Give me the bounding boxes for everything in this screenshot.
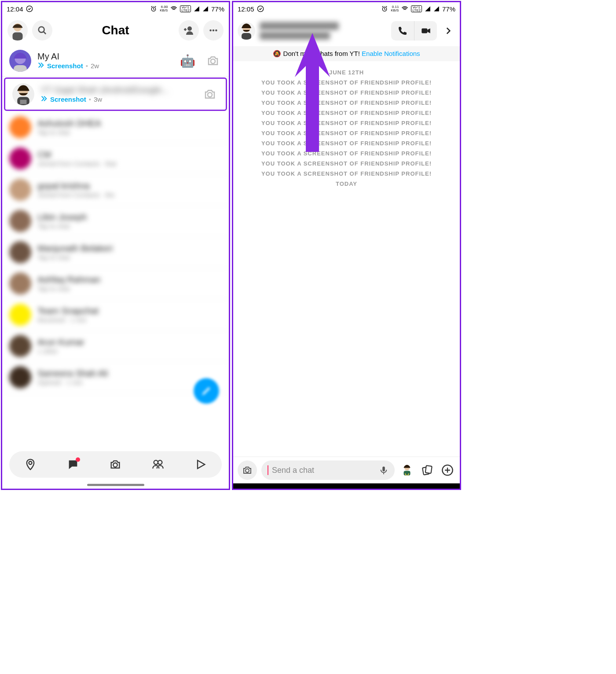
wifi-icon [401,5,408,12]
notice-text: Don't miss Chats from YT! [283,50,362,57]
camera-button[interactable] [204,181,222,199]
avatar [9,335,31,357]
chat-row[interactable]: gopal krishnaJoined from Contacts · the [2,174,229,206]
add-button[interactable] [440,462,455,478]
system-message: YOU TOOK A SCREENSHOT OF FRIENDSHIP PROF… [240,150,453,157]
profile-chevron[interactable] [441,26,455,35]
camera-button[interactable] [204,243,222,261]
chat-status: Joined from Contacts · that [37,160,198,167]
bot-emoji: 🤖 [180,54,195,68]
avatar [9,366,31,388]
camera-button[interactable] [204,52,222,70]
chat-messages[interactable]: JUNE 12TH YOU TOOK A SCREENSHOT OF FRIEN… [233,61,460,457]
alarm-icon [150,5,157,12]
avatar [9,273,31,295]
chat-input-bar: Send a chat [233,457,460,483]
svg-rect-3 [13,33,23,41]
svg-point-7 [213,29,215,32]
nav-chat[interactable] [64,456,82,473]
svg-point-0 [26,6,32,11]
chat-row-highlighted[interactable]: YT Gajal Shah (AndroidGoogle... Screensh… [4,77,227,111]
alarm-icon [381,5,388,12]
chat-status: 1 other [37,347,198,355]
mic-icon[interactable] [379,465,389,475]
camera-button[interactable] [204,306,222,324]
chat-status: Tap to chat [37,254,198,261]
volte-icon: Vo^1LTE2 [411,5,422,12]
system-message: YOU TOOK A SCREENSHOT OF FRIENDSHIP PROF… [240,140,453,147]
camera-button[interactable] [204,118,222,136]
camera-button[interactable] [204,212,222,230]
nav-camera[interactable] [106,456,124,473]
bitmoji-button[interactable] [399,462,415,478]
status-time: 12:05 [238,5,254,13]
chat-list[interactable]: My AI Screenshot • 2w 🤖 YT [2,45,229,448]
svg-point-6 [209,29,212,32]
video-call-button[interactable] [414,21,437,41]
status-speed: 6.00KB/S [160,5,168,12]
avatar [9,241,31,263]
people-icon [152,458,164,471]
signal-icon-2 [202,6,209,12]
gallery-button[interactable] [419,462,435,478]
chat-row[interactable]: Ashfaq RahmanTap to chat [2,268,229,299]
nav-bar-black [233,483,460,489]
enable-notifications-banner[interactable]: 🔕 Don't miss Chats from YT! Enable Notif… [233,46,460,61]
chat-row-my-ai[interactable]: My AI Screenshot • 2w 🤖 [2,45,229,77]
avatar [9,50,31,72]
status-bar: 12:05 0.11KB/S Vo^1LTE2 77% [233,2,460,15]
camera-icon [109,458,121,471]
chat-row[interactable]: Team SnapchatReceived · 1 min [2,299,229,331]
chat-row[interactable]: Arun Kumar1 other [2,331,229,362]
bitmoji-icon [400,464,414,477]
search-button[interactable] [32,20,52,41]
screenshot-icon [37,62,44,70]
camera-icon [242,465,253,475]
new-chat-fab[interactable] [194,378,219,404]
date-header: TODAY [240,180,453,187]
phone-icon [397,26,408,36]
avatar [9,116,31,138]
camera-button[interactable] [238,460,257,480]
svg-point-5 [187,26,192,31]
camera-button[interactable] [204,275,222,292]
chat-row[interactable]: CMJoined from Contacts · that [2,143,229,174]
friend-name [260,20,387,41]
more-icon [209,26,218,35]
camera-button[interactable] [201,85,219,103]
friend-avatar[interactable] [238,22,255,40]
chat-row[interactable]: Libin JosephTap to chat [2,206,229,237]
call-buttons [391,21,437,41]
svg-rect-23 [242,33,251,40]
status-bar: 12:04 6.00KB/S Vo^1LTE2 77% [2,2,229,15]
avatar [9,179,31,201]
chat-status: Tap to chat [37,285,198,292]
chat-detail-header[interactable] [233,15,460,46]
chat-status: Tap to chat [37,129,198,136]
chat-row[interactable]: Ashutosh DHEATap to chat [2,112,229,143]
camera-button[interactable] [204,337,222,355]
camera-button[interactable] [204,150,222,167]
svg-point-26 [246,469,249,472]
bell-off-icon: 🔕 [273,50,281,57]
notification-dot [76,457,80,462]
chat-name: My AI [37,52,174,62]
check-icon [257,5,264,12]
audio-call-button[interactable] [391,21,414,41]
enable-notifications-link[interactable]: Enable Notifications [362,50,420,57]
svg-rect-31 [425,465,432,473]
avatar [9,210,31,232]
signal-icon [194,6,200,12]
chat-text-input[interactable]: Send a chat [261,460,395,480]
nav-stories[interactable] [149,456,167,473]
chat-status: Joined from Contacts · the [37,191,198,199]
svg-rect-24 [422,29,427,33]
nav-map[interactable] [22,456,39,473]
nav-spotlight[interactable] [192,456,209,473]
chat-row[interactable]: Manjunath BelakeriTap to chat [2,237,229,268]
chat-status: Received · 1 min [37,316,198,324]
chat-name: Manjunath Belakeri [37,243,198,254]
more-button[interactable] [203,20,224,41]
my-avatar[interactable] [7,20,28,41]
add-friend-button[interactable] [179,20,199,41]
